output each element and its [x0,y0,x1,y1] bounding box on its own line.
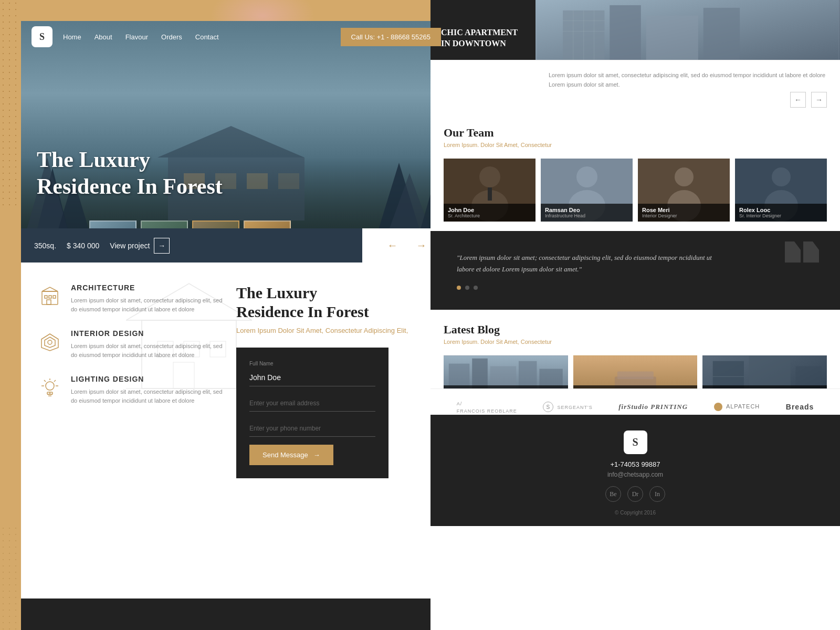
prev-arrow-button[interactable]: ← [383,236,402,255]
property-size: 350sq. [34,242,56,250]
team-card-3[interactable]: Rose Meri Interior Designer [638,159,730,222]
svg-rect-73 [617,371,653,379]
footer-logo: S [624,430,647,454]
svg-point-61 [772,167,791,186]
team-member-3-name: Rose Meri [642,207,726,213]
team-card-2[interactable]: Ramsan Deo Infrastructure Head [541,159,633,222]
svg-rect-17 [173,362,194,388]
dribbble-icon[interactable]: Dr [627,486,643,502]
team-member-2-role: Infrastructure Head [545,213,628,218]
left-panel: S Home About Flavour Orders Contact Call… [21,21,452,598]
blog-subtitle: Lorem Ipsum. Dolor Sit Amet, Consectetur [444,339,827,345]
svg-marker-24 [42,287,58,291]
team-member-2-label: Ramsan Deo Infrastructure Head [541,204,633,222]
email-input[interactable] [249,394,375,412]
featured-prev-button[interactable]: ← [790,92,806,108]
team-member-1-role: Sr. Architecture [448,213,531,218]
behance-icon[interactable]: Be [605,486,621,502]
logo-letter: S [39,32,45,43]
phone-field [249,419,375,437]
team-member-1-name: John Doe [448,207,531,213]
svg-point-29 [46,382,54,390]
testimonial-quote: "Lorem ipsum dolor sit amet; consectetur… [457,252,719,275]
left-footer-bar [21,598,452,630]
nav-about[interactable]: About [94,33,112,41]
quote-mark-2 [803,242,819,262]
featured-section: CHIC APARTMENT IN DOWNTOWN [430,0,840,60]
hero-content: The Luxury Residence In Forest [37,146,223,200]
featured-desc-text: Lorem ipsum dolor sit amet, consectetur … [549,71,827,89]
partner-4: ALPATECH [714,403,760,411]
services-right: The Luxury Residence In Forest Lorem Ips… [236,284,436,478]
phone-input[interactable] [249,419,375,437]
property-bar: 350sq. $ 340 000 View project → [21,228,362,262]
view-project-link[interactable]: View project → [110,238,170,254]
right-footer: S +1-74053 99887 info@chetsapp.com Be Dr… [430,415,840,526]
svg-point-58 [675,167,694,186]
full-name-field: Full Name [249,361,375,386]
services-subtitle: Lorem Ipsum Dolor Sit Amet, Consectetur … [236,327,436,334]
testimonial-dots [457,286,814,290]
partner-2: S SERGEANT'S [543,402,593,412]
svg-rect-14 [158,341,173,357]
svg-marker-26 [41,334,58,351]
team-card-1[interactable]: John Doe Sr. Architecture [444,159,536,222]
svg-rect-53 [488,187,492,201]
send-message-button[interactable]: Send Message → [249,445,333,465]
nav-home[interactable]: Home [63,33,81,41]
right-panel: CHIC APARTMENT IN DOWNTOWN [430,0,840,630]
send-arrow-icon: → [313,451,320,459]
architecture-icon [37,284,63,310]
svg-rect-8 [278,173,299,189]
contact-form: Full Name Send Message → [236,348,388,478]
svg-rect-42 [610,5,640,60]
team-member-4-role: Sr. Interior Designer [739,213,823,218]
call-cta-button[interactable]: Call Us: +1 - 88668 55265 [341,28,441,46]
logo: S [32,26,52,47]
dot-3[interactable] [474,286,478,290]
svg-rect-44 [704,8,740,60]
arrow-icon: → [154,238,170,254]
instagram-icon[interactable]: In [649,486,665,502]
svg-rect-12 [142,320,236,388]
svg-marker-13 [126,284,252,320]
building-sketch [126,278,252,394]
team-grid: John Doe Sr. Architecture Ramsan Deo Inf… [444,159,827,222]
svg-point-28 [48,340,52,344]
svg-rect-23 [47,300,51,304]
svg-rect-22 [53,296,56,298]
svg-rect-15 [184,341,200,357]
dot-2[interactable] [465,286,469,290]
svg-line-34 [44,380,46,382]
dot-1[interactable] [457,286,461,290]
testimonial-section: "Lorem ipsum dolor sit amet; consectetur… [430,231,840,311]
nav-flavour[interactable]: Flavour [125,33,148,41]
partner-1: A/ FRANCOIS REOBLARE [457,400,517,414]
team-member-1-label: John Doe Sr. Architecture [444,204,536,222]
nav-orders[interactable]: Orders [161,33,182,41]
hero-section: S Home About Flavour Orders Contact Call… [21,21,452,262]
nav-contact[interactable]: Contact [195,33,219,41]
navigation: S Home About Flavour Orders Contact Call… [21,21,452,52]
full-name-input[interactable] [249,369,375,386]
featured-image [536,0,840,60]
nav-links: Home About Flavour Orders Contact [63,33,341,41]
featured-next-button[interactable]: → [811,92,827,108]
team-card-4[interactable]: Rolex Looc Sr. Interior Designer [735,159,827,222]
quote-decoration [785,242,819,262]
email-field [249,394,375,412]
social-icons: Be Dr In [605,486,665,502]
quote-mark-1 [785,242,801,262]
blog-title: Latest Blog [444,323,827,337]
lighting-icon [37,375,63,401]
partner-5: Breads [786,403,814,411]
svg-rect-43 [646,16,698,60]
services-title: The Luxury Residence In Forest [236,284,436,321]
team-title: Our Team [444,126,827,140]
svg-line-35 [54,380,56,382]
team-member-3-label: Rose Meri Interior Designer [638,204,730,222]
next-arrow-button[interactable]: → [412,236,430,255]
svg-rect-7 [247,173,268,189]
footer-email: info@chetsapp.com [607,471,663,478]
team-section: Our Team Lorem Ipsum. Dolor Sit Amet, Co… [430,113,840,235]
